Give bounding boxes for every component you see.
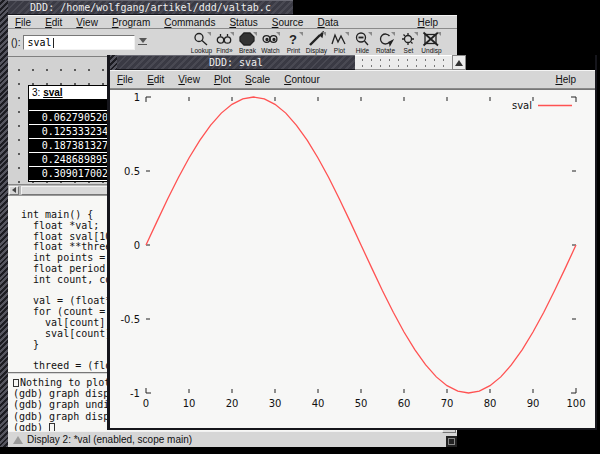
arg-field-label: ():: [11, 37, 20, 48]
x-tick-label: 30: [269, 398, 282, 409]
arg-input[interactable]: sval: [23, 35, 135, 50]
plot-menu-contour[interactable]: Contour: [277, 74, 327, 85]
table-row: 0.2486898959: [29, 153, 116, 167]
tool-button-break[interactable]: Break: [236, 32, 258, 54]
x-tick-label: 70: [441, 398, 454, 409]
magnifier-icon: [192, 32, 210, 47]
main-menu-commands[interactable]: Commands: [157, 17, 222, 28]
main-window-title: DDD: /home/wolfgang/artikel/ddd/valtab.c: [30, 2, 271, 13]
main-menu-source[interactable]: Source: [265, 17, 311, 28]
svg-text:?: ?: [289, 32, 297, 47]
warning-icon: [13, 379, 19, 387]
tool-button-watch[interactable]: Watch: [259, 32, 281, 54]
set-gear-icon: [399, 32, 417, 47]
main-menu-help[interactable]: Help: [410, 17, 445, 28]
tool-button-lookup[interactable]: Lookup: [190, 32, 212, 54]
undisplay-icon: [422, 32, 440, 47]
x-tick-label: 80: [484, 398, 497, 409]
sval-curve: [146, 97, 576, 393]
status-text: Display 2: *val (enabled, scope main): [27, 434, 192, 445]
arg-dropdown-button[interactable]: [137, 38, 148, 48]
tool-button-find[interactable]: Find»: [213, 32, 235, 54]
main-toolbar: (): sval LookupFind»BreakWatch?PrintDisp…: [8, 29, 457, 57]
y-tick-label: 1: [134, 92, 140, 103]
tool-button-hide[interactable]: Hide: [351, 32, 373, 54]
display-box-name: sval: [43, 87, 62, 98]
plot-menu-plot[interactable]: Plot: [207, 74, 238, 85]
tool-button-rotate[interactable]: Rotate: [374, 32, 396, 54]
y-tick-label: 0.5: [124, 166, 140, 177]
display-box-title[interactable]: 3: sval: [29, 86, 116, 100]
tool-button-print[interactable]: ?Print: [282, 32, 304, 54]
plot-menu-help[interactable]: Help: [548, 74, 583, 85]
alert-triangle-icon: [13, 436, 23, 444]
print-icon: ?: [284, 32, 302, 47]
main-menubar: FileEditViewProgramCommandsStatusSourceD…: [8, 15, 457, 29]
plot-menu-file[interactable]: File: [110, 74, 140, 85]
plot-menu-edit[interactable]: Edit: [140, 74, 171, 85]
main-menu-view[interactable]: View: [69, 17, 105, 28]
binoculars-icon: [215, 32, 233, 47]
table-row: 0.1253332347: [29, 125, 116, 139]
x-tick-label: 60: [398, 398, 411, 409]
toolbar-buttons: LookupFind»BreakWatch?PrintDisplayPlotHi…: [190, 32, 442, 54]
window-border-texture[interactable]: [110, 55, 117, 70]
x-tick-label: 20: [226, 398, 239, 409]
x-tick-label: 100: [566, 398, 585, 409]
plot-menu-view[interactable]: View: [171, 74, 207, 85]
plot-window: DDD: sval FileEditViewPlotScaleContourHe…: [107, 55, 597, 430]
scroll-left-button[interactable]: [9, 186, 19, 195]
plot-menubar: FileEditViewPlotScaleContourHelp: [110, 70, 595, 89]
status-bar: Display 2: *val (enabled, scope main): [8, 431, 457, 447]
table-row: [29, 100, 116, 111]
window-border-texture[interactable]: [0, 0, 8, 447]
plot-window-title: DDD: sval: [209, 57, 263, 68]
arg-input-value: sval: [27, 37, 51, 48]
display-box-values: 0.06279052050.12533323470.18738132720.24…: [29, 100, 116, 181]
y-tick-label: -1: [130, 388, 140, 399]
tool-button-undisp[interactable]: Undisp: [420, 32, 442, 54]
table-row: 0.1873813272: [29, 139, 116, 153]
main-menu-status[interactable]: Status: [222, 17, 264, 28]
table-row: 0.3090170026: [29, 167, 116, 181]
eyes-icon: [261, 32, 279, 47]
plot-titlebar[interactable]: DDD: sval: [110, 55, 595, 70]
plot-curve-icon: [330, 32, 348, 47]
plot-menu-scale[interactable]: Scale: [238, 74, 277, 85]
tool-button-display[interactable]: Display: [305, 32, 327, 54]
x-tick-label: 10: [183, 398, 196, 409]
main-titlebar[interactable]: DDD: /home/wolfgang/artikel/ddd/valtab.c: [8, 0, 457, 15]
x-tick-label: 90: [527, 398, 540, 409]
y-tick-label: -0.5: [120, 314, 140, 325]
main-menu-edit[interactable]: Edit: [38, 17, 69, 28]
legend-label: sval: [512, 100, 532, 111]
x-tick-label: 0: [143, 398, 149, 409]
window-resize-grip[interactable]: [446, 436, 457, 447]
main-menu-file[interactable]: File: [8, 17, 38, 28]
titlebar-focus-pattern[interactable]: [355, 55, 452, 70]
arrow-left-icon: [12, 187, 16, 193]
y-tick-label: 0: [134, 240, 140, 251]
main-menu-program[interactable]: Program: [105, 17, 157, 28]
plot-canvas[interactable]: 0102030405060708090100-1-0.500.51sval: [110, 89, 595, 428]
chevron-down-icon: [139, 38, 147, 43]
text-caret: [53, 38, 54, 48]
x-tick-label: 40: [312, 398, 325, 409]
rotate-arrow-icon: [376, 32, 394, 47]
display-box-sval[interactable]: 3: sval 0.06279052050.12533323470.187381…: [28, 85, 117, 182]
main-menu-data[interactable]: Data: [310, 17, 345, 28]
tool-button-set[interactable]: Set: [397, 32, 419, 54]
sine-plot: 0102030405060708090100-1-0.500.51sval: [110, 90, 595, 430]
triangle-up-icon: [455, 60, 463, 66]
table-row: 0.0627905205: [29, 111, 116, 125]
x-tick-label: 50: [355, 398, 368, 409]
iconify-button[interactable]: [452, 55, 466, 70]
tool-button-plot[interactable]: Plot: [328, 32, 350, 54]
display-pen-icon: [307, 32, 325, 47]
stop-icon: [238, 32, 256, 47]
text-caret: [49, 423, 55, 431]
hide-magnifier-icon: [353, 32, 371, 47]
